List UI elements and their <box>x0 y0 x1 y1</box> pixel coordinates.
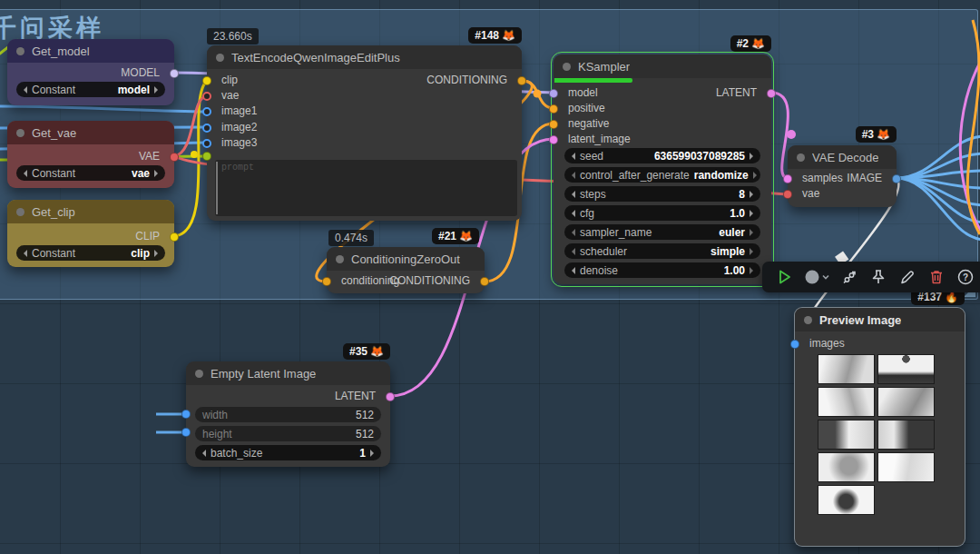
increment-arrow-icon[interactable] <box>750 248 753 255</box>
node-graph-canvas[interactable]: 千问采样 <box>0 0 980 554</box>
widget-control-after-generate[interactable]: control_after_generate randomize <box>564 167 760 183</box>
input-port-height[interactable] <box>181 428 191 437</box>
input-slot-image2[interactable]: image2 <box>207 120 522 135</box>
collapse-dot-icon[interactable] <box>336 255 344 263</box>
edit-button[interactable] <box>895 265 920 289</box>
output-port-latent[interactable] <box>386 392 395 401</box>
input-slot-vae[interactable]: vae <box>788 186 897 202</box>
increment-arrow-icon[interactable] <box>154 250 158 257</box>
increment-arrow-icon[interactable] <box>750 191 753 198</box>
node-title-bar[interactable]: Get_vae <box>7 121 174 144</box>
input-slot-vae[interactable]: vae <box>207 88 522 104</box>
decrement-arrow-icon[interactable] <box>572 267 575 274</box>
increment-arrow-icon[interactable] <box>750 153 753 160</box>
color-swatch-button[interactable] <box>800 265 833 289</box>
increment-arrow-icon[interactable] <box>750 210 753 217</box>
node-title-bar[interactable]: Get_model <box>7 39 174 63</box>
run-button[interactable] <box>771 265 797 289</box>
increment-arrow-icon[interactable] <box>750 229 753 236</box>
decrement-arrow-icon[interactable] <box>572 248 575 255</box>
output-slot-latent[interactable]: LATENT <box>554 85 771 101</box>
preview-thumbnail[interactable] <box>877 420 935 450</box>
output-port-conditioning[interactable] <box>480 277 489 286</box>
node-ksampler[interactable]: #2🦊 KSampler model LATENT positive negat… <box>554 54 771 284</box>
preview-thumbnail[interactable] <box>877 354 935 384</box>
decrement-arrow-icon[interactable] <box>24 170 27 177</box>
node-conditioning-zero-out[interactable]: 0.474s #21🦊 ConditioningZeroOut conditio… <box>327 247 485 293</box>
collapse-dot-icon[interactable] <box>563 63 571 71</box>
node-title-bar[interactable]: ConditioningZeroOut <box>327 247 485 271</box>
node-title-bar[interactable]: Preview Image <box>795 308 965 331</box>
output-port-latent[interactable] <box>767 89 776 98</box>
preview-thumbnail[interactable] <box>818 387 875 417</box>
input-port-prompt[interactable] <box>202 152 211 161</box>
collapse-dot-icon[interactable] <box>797 153 805 162</box>
decrement-arrow-icon[interactable] <box>202 450 206 457</box>
node-title-bar[interactable]: VAE Decode <box>788 145 897 169</box>
decrement-arrow-icon[interactable] <box>572 153 575 160</box>
collapse-dot-icon[interactable] <box>16 47 24 55</box>
widget-constant-clip[interactable]: Constant clip <box>16 245 165 261</box>
widget-width[interactable]: width 512 <box>195 407 381 422</box>
collapse-dot-icon[interactable] <box>216 54 224 62</box>
delete-button[interactable] <box>924 265 949 289</box>
node-title-bar[interactable]: Get_clip <box>7 200 174 223</box>
widget-constant-vae[interactable]: Constant vae <box>16 165 165 181</box>
input-slot-image1[interactable]: image1 <box>207 104 522 119</box>
input-port-positive[interactable] <box>549 104 558 114</box>
node-title-bar[interactable]: Empty Latent Image <box>186 361 390 385</box>
output-slot-latent[interactable]: LATENT <box>186 389 390 404</box>
decrement-arrow-icon[interactable] <box>572 229 575 236</box>
output-slot-model[interactable]: MODEL <box>7 65 174 81</box>
preview-thumbnail[interactable] <box>818 452 875 482</box>
preview-thumbnail[interactable] <box>877 452 935 482</box>
bypass-button[interactable] <box>837 265 862 289</box>
node-get-model[interactable]: Get_model MODEL Constant model <box>7 39 174 105</box>
output-port-model[interactable] <box>170 69 179 78</box>
input-port-vae[interactable] <box>783 190 792 199</box>
collapse-dot-icon[interactable] <box>195 370 203 378</box>
decrement-arrow-icon[interactable] <box>572 191 575 198</box>
widget-height[interactable]: height 512 <box>195 426 381 441</box>
decrement-arrow-icon[interactable] <box>572 210 575 217</box>
output-port-vae[interactable] <box>170 153 179 162</box>
decrement-arrow-icon[interactable] <box>24 86 27 94</box>
node-get-vae[interactable]: Get_vae VAE Constant vae <box>7 121 174 188</box>
preview-thumbnail[interactable] <box>818 420 875 450</box>
increment-arrow-icon[interactable] <box>154 86 158 94</box>
collapse-dot-icon[interactable] <box>16 208 24 216</box>
widget-denoise[interactable]: denoise 1.00 <box>564 262 760 278</box>
collapse-dot-icon[interactable] <box>16 129 24 137</box>
input-slot-positive[interactable]: positive <box>554 101 771 116</box>
input-slot-negative[interactable]: negative <box>554 116 771 132</box>
collapse-dot-icon[interactable] <box>804 316 812 324</box>
node-text-encode-qwen[interactable]: 23.660s #148🦊 TextEncodeQwenImageEditPlu… <box>207 45 522 221</box>
help-button[interactable]: ? <box>953 265 978 289</box>
output-port-image[interactable] <box>892 174 901 183</box>
node-vae-decode[interactable]: #3🦊 VAE Decode samples IMAGE vae <box>788 145 897 207</box>
widget-constant-model[interactable]: Constant model <box>16 82 165 97</box>
input-port-vae[interactable] <box>202 92 211 101</box>
output-slot-conditioning[interactable]: CONDITIONING <box>327 273 485 289</box>
preview-thumbnail[interactable] <box>877 387 935 417</box>
widget-seed[interactable]: seed 636599037089285 <box>564 148 760 163</box>
node-empty-latent-image[interactable]: #35🦊 Empty Latent Image LATENT width 512… <box>186 361 390 467</box>
input-port-image2[interactable] <box>202 124 211 133</box>
input-slot-latent-image[interactable]: latent_image <box>554 132 771 147</box>
widget-cfg[interactable]: cfg 1.0 <box>564 205 760 221</box>
increment-arrow-icon[interactable] <box>154 170 158 177</box>
input-slot-images[interactable]: images <box>795 336 965 351</box>
decrement-arrow-icon[interactable] <box>24 250 27 257</box>
input-port-width[interactable] <box>181 410 191 419</box>
output-slot-conditioning[interactable]: CONDITIONING <box>207 73 522 88</box>
preview-thumbnail[interactable] <box>818 485 875 515</box>
textarea-scrollbar[interactable] <box>216 162 218 214</box>
widget-batch-size[interactable]: batch_size 1 <box>195 445 381 460</box>
input-port-image3[interactable] <box>202 139 211 148</box>
widget-sampler-name[interactable]: sampler_name euler <box>564 224 760 240</box>
input-slot-image3[interactable]: image3 <box>207 135 522 151</box>
input-port-images[interactable] <box>790 340 799 349</box>
widget-steps[interactable]: steps 8 <box>564 186 760 202</box>
input-port-negative[interactable] <box>549 120 558 129</box>
decrement-arrow-icon[interactable] <box>572 172 575 179</box>
